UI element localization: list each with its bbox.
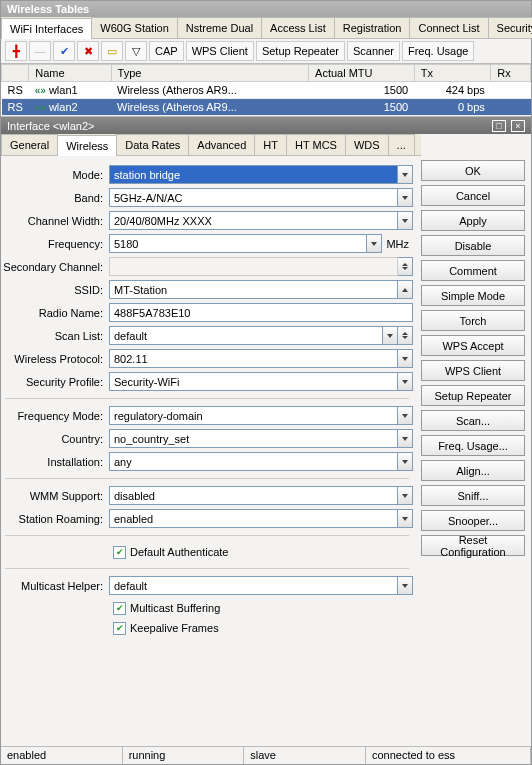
freq-usage-button[interactable]: Freq. Usage — [402, 41, 475, 61]
tab-security-profiles[interactable]: Security Profil — [488, 17, 532, 38]
tab-ht[interactable]: HT — [254, 134, 287, 155]
frequency-input[interactable]: 5180 — [109, 234, 367, 253]
tab-access-list[interactable]: Access List — [261, 17, 335, 38]
col-type[interactable]: Type — [111, 65, 309, 82]
cancel-button[interactable]: Cancel — [421, 185, 525, 206]
row-flag: RS — [2, 82, 29, 99]
wmm-input[interactable]: disabled — [109, 486, 398, 505]
restore-icon[interactable]: □ — [492, 120, 506, 132]
multicast-helper-input[interactable]: default — [109, 576, 398, 595]
scan-list-spinner[interactable] — [398, 326, 413, 345]
close-icon[interactable]: × — [511, 120, 525, 132]
interface-table: Name Type Actual MTU Tx Rx RS «»wlan1 Wi… — [1, 64, 531, 116]
secondary-channel-input[interactable] — [109, 257, 398, 276]
mode-dropdown[interactable] — [398, 165, 413, 184]
wireless-protocol-dropdown[interactable] — [398, 349, 413, 368]
scan-button[interactable]: Scan... — [421, 410, 525, 431]
tab-connect-list[interactable]: Connect List — [409, 17, 488, 38]
wps-client-button-side[interactable]: WPS Client — [421, 360, 525, 381]
frequency-mode-label: Frequency Mode: — [1, 410, 109, 422]
table-row[interactable]: RS «»wlan1 Wireless (Atheros AR9... 1500… — [2, 82, 531, 99]
secondary-channel-spinner[interactable] — [398, 257, 413, 276]
tab-general[interactable]: General — [1, 134, 58, 155]
col-name[interactable]: Name — [29, 65, 111, 82]
wps-accept-button[interactable]: WPS Accept — [421, 335, 525, 356]
country-dropdown[interactable] — [398, 429, 413, 448]
snooper-button[interactable]: Snooper... — [421, 510, 525, 531]
scan-list-dropdown[interactable] — [383, 326, 398, 345]
reset-configuration-button[interactable]: Reset Configuration — [421, 535, 525, 556]
tab-wireless[interactable]: Wireless — [57, 135, 117, 156]
table-row[interactable]: RS «»wlan2 Wireless (Atheros AR9... 1500… — [2, 99, 531, 116]
tab-wds[interactable]: WDS — [345, 134, 389, 155]
ok-button[interactable]: OK — [421, 160, 525, 181]
tab-wifi-interfaces[interactable]: WiFi Interfaces — [1, 18, 92, 39]
col-rx[interactable]: Rx — [491, 65, 531, 82]
installation-dropdown[interactable] — [398, 452, 413, 471]
multicast-buffering-checkbox[interactable]: ✔Multicast Buffering — [113, 598, 413, 618]
window-title: Wireless Tables — [1, 1, 531, 17]
scan-list-input[interactable]: default — [109, 326, 383, 345]
wireless-protocol-input[interactable]: 802.11 — [109, 349, 398, 368]
wps-client-button[interactable]: WPS Client — [186, 41, 254, 61]
ssid-input[interactable]: MT-Station — [109, 280, 398, 299]
frequency-mode-input[interactable]: regulatory-domain — [109, 406, 398, 425]
status-slave: slave — [244, 747, 366, 764]
tab-ht-mcs[interactable]: HT MCS — [286, 134, 346, 155]
tab-more[interactable]: ... — [388, 134, 415, 155]
country-input[interactable]: no_country_set — [109, 429, 398, 448]
mode-label: Mode: — [1, 169, 109, 181]
comment-button[interactable]: ▭ — [101, 41, 123, 61]
security-profile-input[interactable]: Security-WiFi — [109, 372, 398, 391]
frequency-dropdown[interactable] — [367, 234, 382, 253]
disable-button[interactable]: ✖ — [77, 41, 99, 61]
disable-button[interactable]: Disable — [421, 235, 525, 256]
multicast-helper-label: Multicast Helper: — [1, 580, 109, 592]
comment-button-side[interactable]: Comment — [421, 260, 525, 281]
add-button[interactable]: ╋ — [5, 41, 27, 61]
tab-w60g-station[interactable]: W60G Station — [91, 17, 177, 38]
main-tabs: WiFi Interfaces W60G Station Nstreme Dua… — [1, 17, 531, 39]
mode-input[interactable]: station bridge — [109, 165, 398, 184]
cap-button[interactable]: CAP — [149, 41, 184, 61]
tab-advanced[interactable]: Advanced — [188, 134, 255, 155]
channel-width-input[interactable]: 20/40/80MHz XXXX — [109, 211, 398, 230]
tab-data-rates[interactable]: Data Rates — [116, 134, 189, 155]
scanner-button[interactable]: Scanner — [347, 41, 400, 61]
keepalive-frames-checkbox[interactable]: ✔Keepalive Frames — [113, 618, 413, 638]
simple-mode-button[interactable]: Simple Mode — [421, 285, 525, 306]
setup-repeater-button[interactable]: Setup Repeater — [256, 41, 345, 61]
band-input[interactable]: 5GHz-A/N/AC — [109, 188, 398, 207]
wireless-icon: «» — [35, 85, 46, 96]
apply-button[interactable]: Apply — [421, 210, 525, 231]
enable-button[interactable]: ✔ — [53, 41, 75, 61]
row-name: «»wlan2 — [29, 99, 111, 116]
tab-registration[interactable]: Registration — [334, 17, 411, 38]
freq-usage-button-side[interactable]: Freq. Usage... — [421, 435, 525, 456]
default-authenticate-checkbox[interactable]: ✔Default Authenticate — [113, 542, 413, 562]
station-roaming-input[interactable]: enabled — [109, 509, 398, 528]
frequency-mode-dropdown[interactable] — [398, 406, 413, 425]
tab-nstreme-dual[interactable]: Nstreme Dual — [177, 17, 262, 38]
radio-name-input[interactable]: 488F5A783E10 — [109, 303, 413, 322]
col-flag[interactable] — [2, 65, 29, 82]
align-button[interactable]: Align... — [421, 460, 525, 481]
torch-button[interactable]: Torch — [421, 310, 525, 331]
setup-repeater-button-side[interactable]: Setup Repeater — [421, 385, 525, 406]
col-mtu[interactable]: Actual MTU — [309, 65, 415, 82]
side-button-panel: OK Cancel Apply Disable Comment Simple M… — [419, 156, 531, 746]
band-dropdown[interactable] — [398, 188, 413, 207]
ssid-up-button[interactable] — [398, 280, 413, 299]
row-mtu: 1500 — [309, 82, 415, 99]
installation-input[interactable]: any — [109, 452, 398, 471]
multicast-helper-dropdown[interactable] — [398, 576, 413, 595]
channel-width-dropdown[interactable] — [398, 211, 413, 230]
multicast-buffering-label: Multicast Buffering — [130, 602, 220, 614]
filter-button[interactable]: ▽ — [125, 41, 147, 61]
sniff-button[interactable]: Sniff... — [421, 485, 525, 506]
security-profile-dropdown[interactable] — [398, 372, 413, 391]
station-roaming-dropdown[interactable] — [398, 509, 413, 528]
remove-button[interactable]: — — [29, 41, 51, 61]
col-tx[interactable]: Tx — [414, 65, 491, 82]
wmm-dropdown[interactable] — [398, 486, 413, 505]
